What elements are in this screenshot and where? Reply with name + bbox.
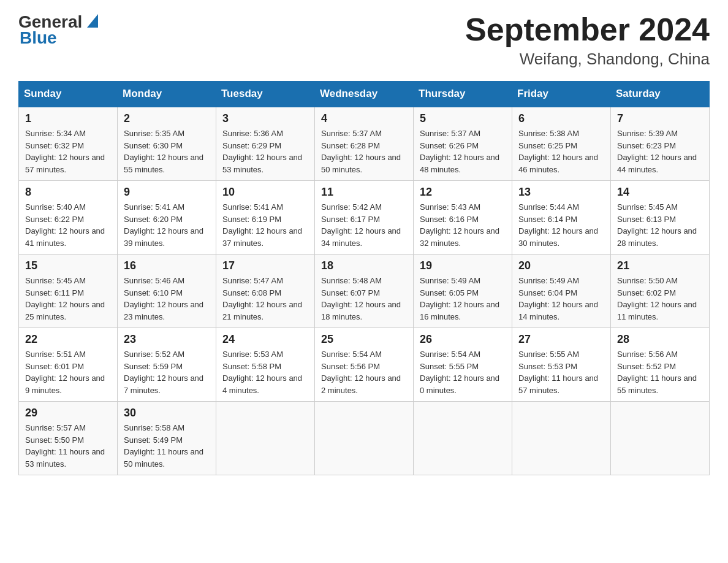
table-row: 14Sunrise: 5:45 AMSunset: 6:13 PMDayligh… <box>611 181 710 255</box>
logo-triangle-icon <box>83 10 102 29</box>
table-row: 17Sunrise: 5:47 AMSunset: 6:08 PMDayligh… <box>216 255 315 328</box>
table-row: 30Sunrise: 5:58 AMSunset: 5:49 PMDayligh… <box>118 402 216 475</box>
day-info: Sunrise: 5:37 AMSunset: 6:26 PMDaylight:… <box>420 128 506 175</box>
table-row: 4Sunrise: 5:37 AMSunset: 6:28 PMDaylight… <box>315 107 414 181</box>
day-number: 17 <box>222 259 308 272</box>
table-row: 9Sunrise: 5:41 AMSunset: 6:20 PMDaylight… <box>118 181 216 255</box>
table-row: 21Sunrise: 5:50 AMSunset: 6:02 PMDayligh… <box>611 255 710 328</box>
day-number: 5 <box>420 112 506 125</box>
table-row: 7Sunrise: 5:39 AMSunset: 6:23 PMDaylight… <box>611 107 710 181</box>
table-row <box>611 402 710 475</box>
day-number: 26 <box>420 333 506 346</box>
day-number: 28 <box>617 333 703 346</box>
weekday-header-row: SundayMondayTuesdayWednesdayThursdayFrid… <box>19 82 710 107</box>
day-info: Sunrise: 5:43 AMSunset: 6:16 PMDaylight:… <box>420 201 506 249</box>
table-row: 24Sunrise: 5:53 AMSunset: 5:58 PMDayligh… <box>216 328 315 402</box>
day-info: Sunrise: 5:47 AMSunset: 6:08 PMDaylight:… <box>222 275 308 323</box>
title-area: September 2024 Weifang, Shandong, China <box>465 12 710 69</box>
day-number: 4 <box>321 112 407 125</box>
table-row: 20Sunrise: 5:49 AMSunset: 6:04 PMDayligh… <box>512 255 611 328</box>
day-number: 11 <box>321 186 407 199</box>
table-row: 11Sunrise: 5:42 AMSunset: 6:17 PMDayligh… <box>315 181 414 255</box>
weekday-header-monday: Monday <box>118 82 216 107</box>
day-info: Sunrise: 5:38 AMSunset: 6:25 PMDaylight:… <box>518 128 604 175</box>
month-title: September 2024 <box>465 12 710 47</box>
table-row: 8Sunrise: 5:40 AMSunset: 6:22 PMDaylight… <box>19 181 118 255</box>
day-info: Sunrise: 5:37 AMSunset: 6:28 PMDaylight:… <box>321 128 407 175</box>
table-row: 15Sunrise: 5:45 AMSunset: 6:11 PMDayligh… <box>19 255 118 328</box>
day-number: 10 <box>222 186 308 199</box>
calendar-week-row: 8Sunrise: 5:40 AMSunset: 6:22 PMDaylight… <box>19 181 710 255</box>
table-row <box>216 402 315 475</box>
day-number: 29 <box>25 407 111 419</box>
table-row: 1Sunrise: 5:34 AMSunset: 6:32 PMDaylight… <box>19 107 118 181</box>
table-row: 13Sunrise: 5:44 AMSunset: 6:14 PMDayligh… <box>512 181 611 255</box>
day-number: 30 <box>124 407 210 419</box>
day-info: Sunrise: 5:54 AMSunset: 5:56 PMDaylight:… <box>321 348 407 396</box>
table-row: 19Sunrise: 5:49 AMSunset: 6:05 PMDayligh… <box>414 255 512 328</box>
table-row: 12Sunrise: 5:43 AMSunset: 6:16 PMDayligh… <box>414 181 512 255</box>
day-info: Sunrise: 5:55 AMSunset: 5:53 PMDaylight:… <box>518 348 604 396</box>
table-row <box>414 402 512 475</box>
calendar-week-row: 29Sunrise: 5:57 AMSunset: 5:50 PMDayligh… <box>19 402 710 475</box>
table-row: 25Sunrise: 5:54 AMSunset: 5:56 PMDayligh… <box>315 328 414 402</box>
day-number: 20 <box>518 259 604 272</box>
day-info: Sunrise: 5:44 AMSunset: 6:14 PMDaylight:… <box>518 201 604 249</box>
day-number: 8 <box>25 186 111 199</box>
weekday-header-saturday: Saturday <box>611 82 710 107</box>
day-number: 23 <box>124 333 210 346</box>
logo: General Blue <box>18 12 102 48</box>
day-number: 2 <box>124 112 210 125</box>
table-row: 23Sunrise: 5:52 AMSunset: 5:59 PMDayligh… <box>118 328 216 402</box>
table-row: 3Sunrise: 5:36 AMSunset: 6:29 PMDaylight… <box>216 107 315 181</box>
day-info: Sunrise: 5:49 AMSunset: 6:04 PMDaylight:… <box>518 275 604 323</box>
day-info: Sunrise: 5:57 AMSunset: 5:50 PMDaylight:… <box>25 422 111 470</box>
table-row <box>512 402 611 475</box>
day-info: Sunrise: 5:58 AMSunset: 5:49 PMDaylight:… <box>124 422 210 470</box>
day-info: Sunrise: 5:51 AMSunset: 6:01 PMDaylight:… <box>25 348 111 396</box>
weekday-header-wednesday: Wednesday <box>315 82 414 107</box>
day-info: Sunrise: 5:46 AMSunset: 6:10 PMDaylight:… <box>124 275 210 323</box>
table-row <box>315 402 414 475</box>
table-row: 6Sunrise: 5:38 AMSunset: 6:25 PMDaylight… <box>512 107 611 181</box>
day-info: Sunrise: 5:54 AMSunset: 5:55 PMDaylight:… <box>420 348 506 396</box>
table-row: 5Sunrise: 5:37 AMSunset: 6:26 PMDaylight… <box>414 107 512 181</box>
weekday-header-sunday: Sunday <box>19 82 118 107</box>
day-info: Sunrise: 5:49 AMSunset: 6:05 PMDaylight:… <box>420 275 506 323</box>
day-info: Sunrise: 5:35 AMSunset: 6:30 PMDaylight:… <box>124 128 210 175</box>
day-number: 7 <box>617 112 703 125</box>
day-info: Sunrise: 5:36 AMSunset: 6:29 PMDaylight:… <box>222 128 308 175</box>
page-header: General Blue September 2024 Weifang, Sha… <box>18 12 710 69</box>
calendar-week-row: 22Sunrise: 5:51 AMSunset: 6:01 PMDayligh… <box>19 328 710 402</box>
day-number: 16 <box>124 259 210 272</box>
day-number: 25 <box>321 333 407 346</box>
table-row: 28Sunrise: 5:56 AMSunset: 5:52 PMDayligh… <box>611 328 710 402</box>
day-info: Sunrise: 5:53 AMSunset: 5:58 PMDaylight:… <box>222 348 308 396</box>
day-info: Sunrise: 5:40 AMSunset: 6:22 PMDaylight:… <box>25 201 111 249</box>
calendar-table: SundayMondayTuesdayWednesdayThursdayFrid… <box>18 81 710 475</box>
table-row: 10Sunrise: 5:41 AMSunset: 6:19 PMDayligh… <box>216 181 315 255</box>
day-info: Sunrise: 5:48 AMSunset: 6:07 PMDaylight:… <box>321 275 407 323</box>
day-number: 1 <box>25 112 111 125</box>
day-number: 6 <box>518 112 604 125</box>
day-number: 14 <box>617 186 703 199</box>
table-row: 18Sunrise: 5:48 AMSunset: 6:07 PMDayligh… <box>315 255 414 328</box>
day-info: Sunrise: 5:39 AMSunset: 6:23 PMDaylight:… <box>617 128 703 175</box>
location-title: Weifang, Shandong, China <box>465 50 710 69</box>
day-number: 18 <box>321 259 407 272</box>
day-number: 12 <box>420 186 506 199</box>
day-number: 9 <box>124 186 210 199</box>
calendar-week-row: 15Sunrise: 5:45 AMSunset: 6:11 PMDayligh… <box>19 255 710 328</box>
day-number: 24 <box>222 333 308 346</box>
table-row: 16Sunrise: 5:46 AMSunset: 6:10 PMDayligh… <box>118 255 216 328</box>
day-info: Sunrise: 5:41 AMSunset: 6:20 PMDaylight:… <box>124 201 210 249</box>
day-number: 3 <box>222 112 308 125</box>
weekday-header-tuesday: Tuesday <box>216 82 315 107</box>
svg-marker-0 <box>87 14 98 28</box>
day-info: Sunrise: 5:50 AMSunset: 6:02 PMDaylight:… <box>617 275 703 323</box>
day-info: Sunrise: 5:41 AMSunset: 6:19 PMDaylight:… <box>222 201 308 249</box>
day-number: 22 <box>25 333 111 346</box>
table-row: 29Sunrise: 5:57 AMSunset: 5:50 PMDayligh… <box>19 402 118 475</box>
day-info: Sunrise: 5:34 AMSunset: 6:32 PMDaylight:… <box>25 128 111 175</box>
table-row: 26Sunrise: 5:54 AMSunset: 5:55 PMDayligh… <box>414 328 512 402</box>
